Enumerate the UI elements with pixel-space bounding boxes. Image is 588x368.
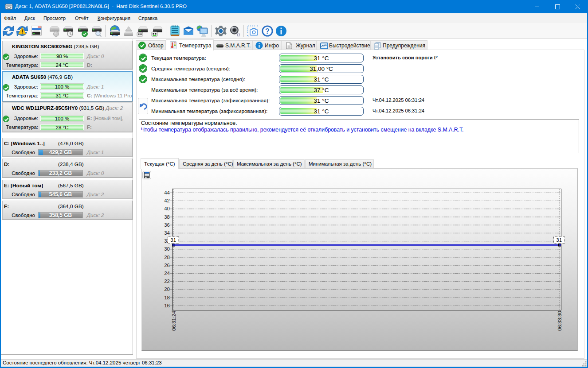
svg-text:06:33:30: 06:33:30	[557, 311, 562, 331]
svg-text:34: 34	[164, 230, 170, 236]
svg-text:22: 22	[164, 279, 170, 284]
svg-text:44: 44	[164, 190, 170, 195]
svg-text:42: 42	[164, 198, 170, 203]
svg-text:28: 28	[164, 255, 170, 260]
svg-text:31: 31	[170, 237, 176, 243]
svg-text:40: 40	[164, 206, 170, 211]
svg-text:?: ?	[265, 27, 270, 35]
svg-text:31: 31	[556, 237, 562, 243]
svg-text:30: 30	[164, 246, 170, 252]
svg-text:16: 16	[164, 303, 170, 308]
svg-text:38: 38	[164, 214, 170, 220]
svg-text:18: 18	[164, 295, 170, 300]
svg-text:20: 20	[164, 287, 170, 292]
svg-text:26: 26	[164, 263, 170, 268]
svg-text:24: 24	[164, 271, 170, 276]
svg-text:36: 36	[164, 222, 170, 228]
svg-text:06:31:24: 06:31:24	[171, 311, 176, 331]
